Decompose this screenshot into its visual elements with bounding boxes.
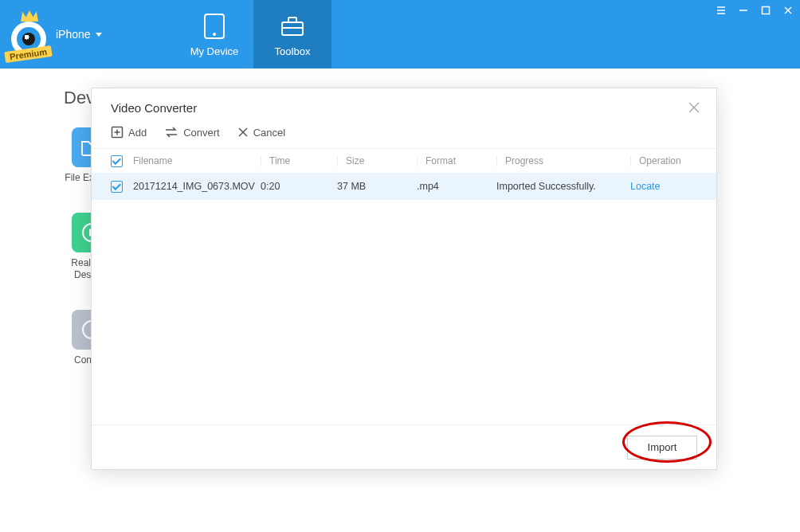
svg-rect-9: [763, 7, 770, 14]
table-header: Filename Time Size Format Progress Opera…: [92, 149, 716, 173]
toolbox-icon: [278, 12, 307, 41]
select-all-checkbox[interactable]: [111, 155, 123, 167]
cell-size: 37 MB: [337, 181, 417, 192]
locate-link[interactable]: Locate: [630, 181, 661, 192]
col-time: Time: [261, 155, 337, 166]
cancel-button[interactable]: Cancel: [237, 126, 285, 139]
modal-header: Video Converter: [92, 88, 716, 121]
window-minimize-button[interactable]: [736, 3, 751, 18]
crown-icon: [21, 10, 38, 22]
window-menu-button[interactable]: [714, 3, 728, 18]
modal-footer: Import: [92, 424, 716, 469]
svg-rect-3: [288, 18, 296, 22]
app-logo-icon: Premium: [6, 12, 51, 57]
tab-label: My Device: [190, 45, 239, 57]
table-row[interactable]: 20171214_IMG_0673.MOV 0:20 37 MB .mp4 Im…: [92, 173, 716, 200]
logo-area: Premium iPhone: [0, 0, 175, 68]
col-operation: Operation: [630, 155, 697, 166]
import-label: Import: [648, 441, 677, 453]
video-converter-modal: Video Converter Add Convert Cancel Filen…: [91, 88, 717, 470]
device-selector[interactable]: iPhone: [56, 28, 102, 41]
convert-label: Convert: [183, 127, 220, 139]
app-header: Premium iPhone My Device Toolbox: [0, 0, 800, 68]
add-button[interactable]: Add: [111, 126, 147, 139]
cell-filename: 20171214_IMG_0673.MOV: [133, 181, 261, 192]
col-size: Size: [337, 155, 417, 166]
premium-badge: Premium: [4, 45, 52, 63]
row-checkbox[interactable]: [111, 181, 123, 193]
cancel-label: Cancel: [253, 127, 285, 139]
modal-title: Video Converter: [111, 101, 197, 115]
device-label: iPhone: [56, 28, 91, 41]
tab-my-device[interactable]: My Device: [175, 0, 253, 68]
window-maximize-button[interactable]: [759, 3, 773, 18]
tab-label: Toolbox: [275, 45, 311, 57]
import-button[interactable]: Import: [627, 436, 697, 460]
modal-close-button[interactable]: [688, 101, 700, 114]
cell-progress: Imported Successfully.: [496, 181, 630, 192]
chevron-down-icon: [96, 33, 102, 37]
cell-time: 0:20: [261, 181, 337, 192]
col-filename: Filename: [133, 155, 261, 166]
window-close-button[interactable]: [781, 3, 795, 18]
window-controls: [714, 3, 795, 18]
nav-tabs: My Device Toolbox: [175, 0, 331, 68]
tablet-icon: [200, 12, 229, 41]
col-format: Format: [417, 155, 496, 166]
convert-button[interactable]: Convert: [164, 126, 220, 139]
cell-format: .mp4: [417, 181, 496, 192]
svg-point-1: [213, 33, 215, 35]
tab-toolbox[interactable]: Toolbox: [253, 0, 331, 68]
modal-toolbar: Add Convert Cancel: [92, 121, 716, 149]
add-label: Add: [128, 127, 147, 139]
col-progress: Progress: [496, 155, 630, 166]
